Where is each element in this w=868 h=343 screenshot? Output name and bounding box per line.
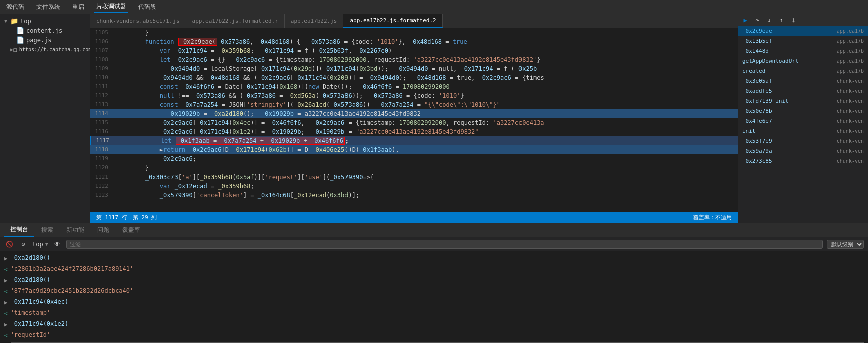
level-select[interactable]: 默认级别 <box>827 240 864 249</box>
tree-label-top: top <box>20 18 31 25</box>
console-text-1: 'c2861b3a2aee424f27286b0217a89141' <box>11 265 864 272</box>
tree-item-captcha[interactable]: ▶ ☐ https://t.captcha.qq.com (drag_ele.h… <box>0 45 90 54</box>
tab-app-formatted-r[interactable]: app.ea17b22.js.formatted.r <box>186 14 285 28</box>
call-stack-item-6[interactable]: _0xaddfe5 chunk-ven <box>738 86 868 96</box>
console-toolbar: 🚫 ⊘ top ▼ 👁 默认级别 <box>0 237 868 251</box>
tab-issues[interactable]: 问题 <box>91 224 115 236</box>
bottom-panel: 控制台 搜索 新功能 问题 覆盖率 🚫 ⊘ top ▼ 👁 默认级别 ▶ _0x… <box>0 223 868 343</box>
main-area: ▼ 📁 top 📄 content.js 📄 page.js ▶ ☐ https… <box>0 14 868 223</box>
tab-chunk-vendors[interactable]: chunk-vendors.abc5c171.js <box>90 14 186 28</box>
call-stack-item-0[interactable]: _0x2c9eae app.ea17b <box>738 26 868 36</box>
status-bar: 第 1117 行，第 29 列 覆盖率：不适用 <box>90 212 738 223</box>
line-1111: 1111 const _0x46f6f6 = Date[_0x171c94(0x… <box>90 82 738 91</box>
call-stack-item-13[interactable]: _0x273c85 chunk-ven <box>738 156 868 166</box>
call-stack-item-2[interactable]: _0x1448d app.ea17b <box>738 46 868 56</box>
tab-coverage[interactable]: 覆盖率 <box>116 224 146 236</box>
tab-app-js[interactable]: app.ea17b22.js <box>285 14 344 28</box>
line-1115: 1115 _0x2c9ac6[_0x171c94(0x4ec)] = _0x46… <box>90 118 738 127</box>
line-1120: 1120 } <box>90 163 738 173</box>
folder-icon-top: 📁 <box>10 17 18 25</box>
console-clear-btn[interactable]: 🚫 <box>4 239 14 249</box>
tab-new-features[interactable]: 新功能 <box>60 224 90 236</box>
line-1123: 1123 _0x579390['cancelToken'] = _0x164c6… <box>90 191 738 200</box>
line-1116: 1116 _0x2c9ac6[_0x171c94(0x1e2)] = _0x19… <box>90 127 738 136</box>
tree-item-top[interactable]: ▼ 📁 top <box>0 16 90 26</box>
call-stack-item-1[interactable]: _0x13b5ef app.ea17b <box>738 36 868 46</box>
console-entry-2[interactable]: ▶ _0xa2d180() <box>0 275 868 286</box>
console-entry-4[interactable]: ▶ _0x171c94(0x4ec) <box>0 297 868 308</box>
call-stack-src-11: chunk-ven <box>824 138 864 144</box>
cursor-position: 第 1117 行，第 29 列 <box>96 214 157 221</box>
tab-search[interactable]: 搜索 <box>35 224 59 236</box>
call-stack-item-5[interactable]: _0x3e05af chunk-ven <box>738 76 868 86</box>
call-stack-fn-3: getAppDownloadUrl <box>742 58 824 64</box>
line-1110: 1110 _0x9494d0 && _0x48d168 && (_0x2c9ac… <box>90 73 738 82</box>
call-stack-item-12[interactable]: _0x59a79a chunk-ven <box>738 146 868 156</box>
call-stack-fn-4: created <box>742 68 824 74</box>
folder-icon-captcha: ☐ <box>13 46 17 53</box>
call-stack-src-9: chunk-ven <box>824 118 864 124</box>
call-stack-item-7[interactable]: _0xfd7139_init chunk-ven <box>738 96 868 106</box>
console-entry-5[interactable]: < 'timestamp' <box>0 308 868 319</box>
step-into-btn[interactable]: ↓ <box>764 15 774 25</box>
console-text-2: _0xa2d180() <box>11 276 864 283</box>
code-lines: 1105 } 1106 function _0x2c9eae(_0x573a86… <box>90 28 738 200</box>
call-stack-fn-12: _0x59a79a <box>742 148 824 154</box>
toolbar-overrides[interactable]: 重启 <box>70 2 86 12</box>
console-text-5: 'timestamp' <box>11 309 864 316</box>
call-stack-item-9[interactable]: _0x4fe6e7 chunk-ven <box>738 116 868 126</box>
toolbar-filesystem[interactable]: 文件系统 <box>34 2 62 12</box>
tree-label-captcha: https://t.captcha.qq.com (drag_ele.html) <box>19 47 90 52</box>
step-out-btn[interactable]: ↑ <box>776 15 786 25</box>
arrow-0: ▶ <box>4 255 8 262</box>
call-stack-fn-10: init <box>742 128 824 134</box>
resume-btn[interactable]: ▶ <box>740 15 750 25</box>
toolbar-snippets[interactable]: 片段调试器 <box>94 1 128 13</box>
step-over-btn[interactable]: ↷ <box>752 15 762 25</box>
call-stack-item-11[interactable]: _0x53f7e9 chunk-ven <box>738 136 868 146</box>
console-entry-1[interactable]: < 'c2861b3a2aee424f27286b0217a89141' <box>0 264 868 275</box>
call-stack-item-8[interactable]: _0x50e78b chunk-ven <box>738 106 868 116</box>
call-stack-item-4[interactable]: created app.ea17b <box>738 66 868 76</box>
console-stop-btn[interactable]: ⊘ <box>18 239 28 249</box>
tab-console[interactable]: 控制台 <box>4 223 34 237</box>
tab-app-formatted-2[interactable]: app.ea17b22.js.formatted.2 <box>343 14 442 28</box>
line-1119: 1119 _0x2c9ac6; <box>90 154 738 163</box>
tree-item-contentjs[interactable]: 📄 content.js <box>0 26 90 35</box>
line-1117: 1117 let _0x1f3aab = _0x7a7a254 + _0x190… <box>90 136 738 145</box>
call-stack-fn-6: _0xaddfe5 <box>742 88 824 94</box>
file-icon-contentjs: 📄 <box>16 27 24 34</box>
call-stack-fn-11: _0x53f7e9 <box>742 138 824 144</box>
tree-item-pagejs[interactable]: 📄 page.js <box>0 35 90 45</box>
line-1105: 1105 } <box>90 28 738 37</box>
line-1118: 1118 ►return _0x2c9ac6[D__0x171c94(0x62b… <box>90 145 738 154</box>
step-btn[interactable]: ⤵ <box>788 15 798 25</box>
tree-arrow-top: ▼ <box>4 18 10 24</box>
call-stack-item-3[interactable]: getAppDownloadUrl app.ea17b <box>738 56 868 66</box>
console-text-4: _0x171c94(0x4ec) <box>11 298 864 305</box>
call-stack-src-2: app.ea17b <box>824 48 864 54</box>
call-stack-fn-9: _0x4fe6e7 <box>742 118 824 124</box>
console-entry-6[interactable]: ▶ _0x171c94(0x1e2) <box>0 319 868 330</box>
console-text-7: 'requestId' <box>11 331 864 338</box>
console-entry-0[interactable]: ▶ _0xa2d180() <box>0 253 868 264</box>
toolbar-contentscripts[interactable]: 代码段 <box>136 2 158 12</box>
arrow-7: < <box>4 332 8 339</box>
code-area[interactable]: 1105 } 1106 function _0x2c9eae(_0x573a86… <box>90 28 738 212</box>
call-stack-fn-1: _0x13b5ef <box>742 38 824 44</box>
console-entry-3[interactable]: < '87f7ac9d29cbc2451b2832d26dcbca40' <box>0 286 868 297</box>
toolbar-sources[interactable]: 源代码 <box>4 2 26 12</box>
call-stack-fn-0: _0x2c9eae <box>742 28 824 34</box>
console-entry-7[interactable]: < 'requestId' <box>0 330 868 341</box>
call-stack-item-10[interactable]: init chunk-ven <box>738 126 868 136</box>
tree-label-pagejs: page.js <box>26 37 52 44</box>
line-1108: 1108 let _0x2c9ac6 = {} _0x2c9ac6 = {tim… <box>90 55 738 64</box>
call-stack-list: _0x2c9eae app.ea17b _0x13b5ef app.ea17b … <box>738 26 868 223</box>
call-stack-fn-8: _0x50e78b <box>742 108 824 114</box>
top-context-arrow[interactable]: ▼ <box>45 241 48 247</box>
console-filter-input[interactable] <box>66 240 823 249</box>
top-context-label: top <box>32 241 43 248</box>
eye-btn[interactable]: 👁 <box>52 239 62 249</box>
call-stack-src-0: app.ea17b <box>824 28 864 34</box>
call-stack-src-7: chunk-ven <box>824 98 864 104</box>
